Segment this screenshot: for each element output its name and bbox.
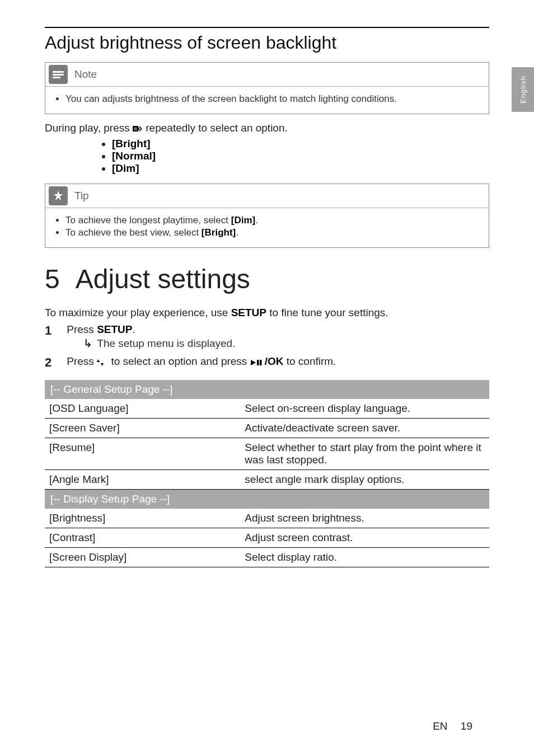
step1-post: . [133,323,135,335]
svg-marker-11 [97,359,100,362]
step2-mid: to select an option and press [111,355,250,367]
brightness-options: [Bright][Normal][Dim] [90,138,489,175]
top-rule [45,27,489,28]
setting-desc: Activate/deactivate screen saver. [240,419,489,438]
language-tab: English [512,67,534,112]
svg-text:B: B [134,126,137,132]
setting-name: [Screen Saver] [45,419,240,438]
step1-bold: SETUP [97,323,132,335]
chapter-heading: 5 Adjust settings [45,264,489,294]
table-row: [Screen Display]Select display ratio. [45,548,489,567]
svg-marker-12 [101,363,104,366]
footer-page-number: 19 [461,720,472,732]
table-section-header: [-- General Setup Page --] [45,380,489,399]
steps-list: 1 Press SETUP. ↳The setup menu is displa… [45,323,489,370]
setting-name: [Contrast] [45,528,240,548]
step1-result: The setup menu is displayed. [97,337,235,349]
setting-name: [OSD Language] [45,399,240,419]
svg-rect-14 [257,360,259,365]
brightness-option: [Bright] [112,138,489,150]
svg-line-9 [139,129,139,130]
table-row: [Resume]Select whether to start play fro… [45,438,489,470]
step2-ok: /OK [265,355,284,367]
intro-bold: SETUP [231,307,266,318]
table-row: [Contrast]Adjust screen contrast. [45,528,489,548]
setting-desc: Adjust screen contrast. [240,528,489,548]
table-section-header: [-- Display Setup Page --] [45,490,489,509]
step-number-1: 1 [45,323,64,338]
step-1: 1 Press SETUP. ↳The setup menu is displa… [45,323,489,350]
table-row: [Angle Mark]select angle mark display op… [45,470,489,490]
note-item: You can adjusts brightness of the screen… [65,93,480,105]
play-pause-icon [250,359,265,367]
section-heading-backlight: Adjust brightness of screen backlight [45,32,489,53]
tip-label: Tip [74,190,89,202]
intro-pre: To maximize your play experience, use [45,307,231,318]
tip-callout: Tip To achieve the longest playtime, sel… [45,184,489,248]
press-post: repeatedly to select an option. [146,122,288,134]
press-instruction: During play, press B repeatedly to s [45,122,489,134]
table-row: [Brightness]Adjust screen brightness. [45,509,489,528]
press-pre: During play, press [45,122,133,134]
svg-line-8 [140,129,141,130]
svg-rect-15 [260,360,262,365]
brightness-option: [Normal] [112,150,489,162]
result-arrow-icon: ↳ [83,337,92,350]
note-label: Note [74,68,97,81]
setting-desc: Select display ratio. [240,548,489,567]
svg-line-10 [140,128,141,128]
footer-lang: EN [433,720,447,732]
note-items: You can adjusts brightness of the screen… [54,93,480,105]
setting-desc: Select whether to start play from the po… [240,438,489,470]
settings-table: [-- General Setup Page --][OSD Language]… [45,380,489,567]
setting-desc: Adjust screen brightness. [240,509,489,528]
chapter-title: Adjust settings [76,264,250,294]
step-2: 2 Press to select an option and press [45,355,489,370]
step2-pre: Press [67,355,97,367]
up-down-arrow-icon [97,359,108,367]
step2-post: to confirm. [283,355,336,367]
tip-item: To achieve the longest playtime, select … [65,215,480,226]
setting-name: [Angle Mark] [45,470,240,490]
note-callout: Note You can adjusts brightness of the s… [45,62,489,114]
tip-icon [49,186,68,205]
page-footer: EN 19 [433,720,472,732]
table-row: [Screen Saver]Activate/deactivate screen… [45,419,489,438]
svg-marker-13 [251,360,256,365]
tip-item: To achieve the best view, select [Bright… [65,227,480,238]
step-number-2: 2 [45,355,64,370]
chapter-number: 5 [45,264,60,294]
setting-desc: Select on-screen display language. [240,399,489,419]
intro-post: to fine tune your settings. [266,307,388,318]
setting-name: [Brightness] [45,509,240,528]
brightness-option: [Dim] [112,162,489,175]
svg-line-7 [139,128,139,128]
brightness-button-icon: B [133,124,143,133]
tip-items: To achieve the longest playtime, select … [54,215,480,238]
note-icon [49,65,68,84]
setting-name: [Screen Display] [45,548,240,567]
chapter-intro: To maximize your play experience, use SE… [45,307,489,319]
setting-name: [Resume] [45,438,240,470]
step1-pre: Press [67,323,97,335]
table-row: [OSD Language]Select on-screen display l… [45,399,489,419]
setting-desc: select angle mark display options. [240,470,489,490]
